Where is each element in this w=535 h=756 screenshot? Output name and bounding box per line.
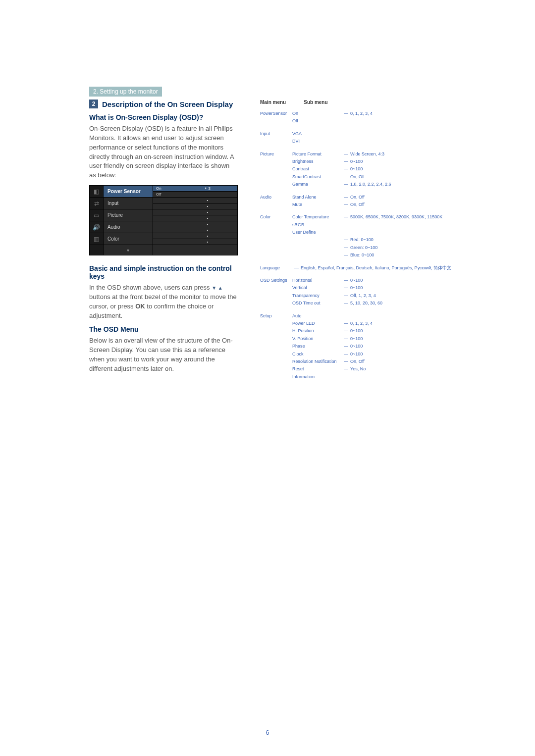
tree-sub-values: On, Off [350, 173, 365, 180]
osd-row-mid [153, 198, 178, 209]
osd-row-right: •• [178, 198, 237, 209]
tree-sub-label: Brightness [292, 158, 342, 165]
tree-sub-label: Gamma [292, 181, 342, 188]
tree-sub-row: Reset—Yes, No [292, 365, 500, 372]
tree-main-item: SetupAutoPower LED—0, 1, 2, 3, 4H. Posit… [260, 312, 500, 381]
tree-sub-row: Power LED—0, 1, 2, 3, 4 [292, 320, 500, 327]
tree-sub-values: 0~100 [350, 335, 363, 342]
heading-basic-instruction: Basic and simple instruction on the cont… [89, 264, 238, 280]
tree-sub-values: Wide Screen, 4:3 [350, 151, 384, 157]
osd-row: ▭Picture•• [90, 209, 237, 221]
tree-main-item: PicturePicture Format—Wide Screen, 4:3Br… [260, 151, 500, 189]
tree-sub-label: Information [292, 373, 342, 380]
section-title-text: Description of the On Screen Display [102, 100, 233, 108]
tree-sub-label: User Define [292, 229, 342, 236]
tree-sub-values: On, Off [350, 201, 365, 208]
tree-sub-row: H. Position—0~100 [292, 327, 500, 334]
breadcrumb: 2. Setting up the monitor [89, 87, 162, 97]
tree-sub-row: Gamma—1.8, 2.0, 2.2, 2.4, 2.6 [292, 181, 500, 188]
tree-main-item: Language—English, Español, Français, Deu… [260, 264, 500, 272]
tree-main-item: InputVGADVI [260, 130, 500, 146]
tree-sub-label: Stand Alone [292, 194, 342, 201]
osd-row-label: Audio [104, 221, 153, 233]
heading-sub-menu: Sub menu [304, 100, 327, 105]
tree-sub-label: Picture Format [292, 151, 342, 157]
tree-sub-row: Transparency—Off, 1, 2, 3, 4 [292, 292, 500, 299]
osd-screenshot: ◧Power SensorOnOff‣ 3⇄Input••▭Picture••🔊… [89, 185, 238, 255]
tree-sub-label: OSD Time out [292, 300, 342, 306]
tree-sub-row: sRGB [292, 221, 500, 228]
tree-sub-label: SmartContrast [292, 173, 342, 180]
tree-sub-row: Resolution Notification—On, Off [292, 358, 500, 365]
tree-main-item: AudioStand Alone—On, OffMute—On, Off [260, 194, 500, 209]
osd-row-icon: ⇄ [90, 198, 104, 209]
tree-sub-label: Phase [292, 343, 342, 350]
osd-row: ▥Color•• [90, 233, 237, 245]
tree-sub-label: Transparency [292, 292, 342, 299]
osd-arrow-row: ▾ [90, 245, 237, 255]
tree-sub-label: Horizontal [292, 277, 342, 284]
osd-row-right: •• [178, 221, 237, 233]
tree-sub-row: User Define [292, 229, 500, 236]
tree-sub-row: Stand Alone—On, Off [292, 194, 500, 201]
tree-main-label: Input [260, 130, 292, 146]
osd-row-label: Picture [104, 209, 153, 221]
tree-sub-values: 0~100 [350, 327, 363, 334]
tree-sub-values: 0~100 [350, 351, 363, 357]
tree-sub-values: On, Off [350, 358, 365, 365]
tree-sub-row: Off [292, 117, 500, 124]
tree-subs: On—0, 1, 2, 3, 4Off [292, 110, 500, 125]
tree-sub-row: VGA [292, 130, 500, 137]
tree-sub-values: Off, 1, 2, 3, 4 [350, 292, 376, 299]
tree-subs: Color Temperature—5000K, 6500K, 7500K, 8… [292, 213, 500, 259]
osd-row-icon: ◧ [90, 186, 104, 197]
heading-main-menu: Main menu [260, 100, 286, 105]
osd-row-mid [153, 221, 178, 233]
tree-sub2-row: —Green: 0~100 [292, 244, 500, 251]
tree-sub-row: Vertical—0~100 [292, 284, 500, 291]
tree-sub-label: Mute [292, 201, 342, 208]
tree-sub-label: Resolution Notification [292, 358, 342, 365]
tree-sub-values: On, Off [350, 194, 365, 201]
tree-sub-label: Contrast [292, 165, 342, 172]
tree-sub-row: Horizontal—0~100 [292, 277, 500, 284]
tree-sub-row: Auto [292, 312, 500, 319]
tree-sub-row: On—0, 1, 2, 3, 4 [292, 110, 500, 117]
tree-sub-label: Clock [292, 351, 342, 357]
tree-main-label: Picture [260, 151, 292, 189]
tree-sub-values: 0~100 [350, 165, 363, 172]
osd-row: ⇄Input•• [90, 198, 237, 209]
tree-sub-row: OSD Time out—5, 10, 20, 30, 60 [292, 300, 500, 306]
tree-subs: —English, Español, Français, Deutsch, It… [292, 264, 500, 272]
osd-row: ◧Power SensorOnOff‣ 3 [90, 186, 237, 198]
tree-sub-label: DVI [292, 138, 342, 145]
tree-sub-label: Off [292, 117, 342, 124]
tree-main-item: PowerSensorOn—0, 1, 2, 3, 4Off [260, 110, 500, 125]
section-title: 2 Description of the On Screen Display [89, 100, 238, 108]
tree-main-label: Language [260, 264, 292, 272]
tree-sub2-row: —Blue: 0~100 [292, 252, 500, 258]
tree-sub-values: 1.8, 2.0, 2.2, 2.4, 2.6 [350, 181, 391, 188]
tree-sub-values: 0, 1, 2, 3, 4 [350, 110, 373, 117]
tree-main-label: PowerSensor [260, 110, 292, 125]
osd-row-icon: ▥ [90, 233, 104, 245]
heading-what-is-osd: What is On-Screen Display (OSD)? [89, 113, 238, 121]
ok-text: OK [135, 302, 145, 310]
section-number-badge: 2 [89, 100, 98, 108]
tree-sub-values: 0~100 [350, 277, 363, 284]
paragraph-what-is-osd: On-Screen Display (OSD) is a feature in … [89, 124, 238, 180]
tree-sub-row: V. Position—0~100 [292, 335, 500, 342]
osd-row-icon: 🔊 [90, 221, 104, 233]
tree-main-item: OSD SettingsHorizontal—0~100Vertical—0~1… [260, 277, 500, 307]
tree-sub-row: Phase—0~100 [292, 343, 500, 350]
tree-main-label: Audio [260, 194, 292, 209]
tree-sub-label: Vertical [292, 284, 342, 291]
osd-row-label: Input [104, 198, 153, 209]
tree-sub-label: V. Position [292, 335, 342, 342]
tree-sub-row: Mute—On, Off [292, 201, 500, 208]
osd-row-mid [153, 209, 178, 221]
paragraph-basic-instruction: In the OSD shown above, users can press … [89, 283, 238, 320]
page-number: 6 [266, 729, 269, 736]
tree-sub-row: Brightness—0~100 [292, 158, 500, 165]
tree-sub-label: On [292, 110, 342, 117]
